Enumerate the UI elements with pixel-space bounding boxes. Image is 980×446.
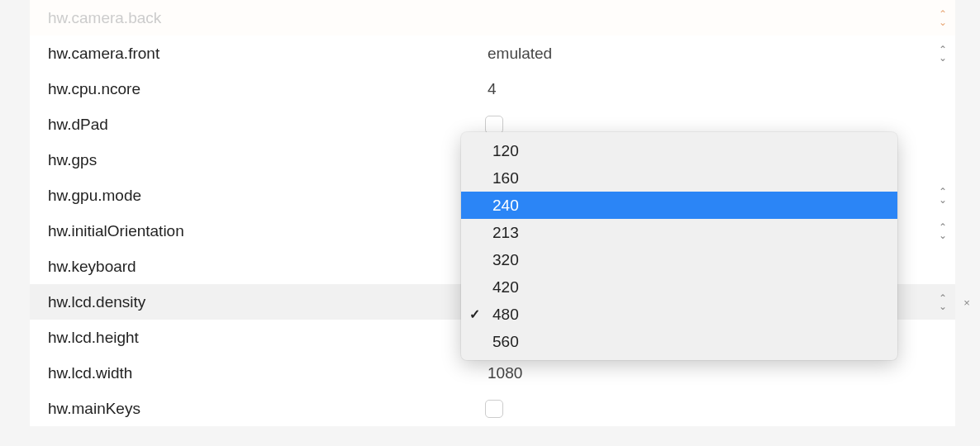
label-camera-back: hw.camera.back	[30, 9, 478, 27]
label-lcd-height: hw.lcd.height	[30, 329, 478, 347]
row-camera-back[interactable]: hw.camera.back ⌃⌄	[30, 0, 955, 36]
checkmark-icon: ✓	[469, 306, 480, 322]
value-camera-front[interactable]: emulated ⌃⌄	[478, 45, 955, 63]
stepper-icon[interactable]: ⌃⌄	[939, 295, 947, 310]
row-camera-front[interactable]: hw.camera.front emulated ⌃⌄	[30, 36, 955, 71]
checkbox-dpad[interactable]	[485, 116, 503, 134]
stepper-icon[interactable]: ⌃⌄	[939, 11, 947, 26]
stepper-icon[interactable]: ⌃⌄	[939, 188, 947, 203]
label-keyboard: hw.keyboard	[30, 258, 478, 276]
label-gpu-mode: hw.gpu.mode	[30, 187, 478, 205]
value-lcd-width[interactable]: 1080	[478, 364, 955, 382]
label-initial-orientation: hw.initialOrientation	[30, 222, 478, 240]
density-dropdown[interactable]: 120 160 240 213 320 420 ✓ 480 560	[461, 132, 897, 360]
dropdown-option-320[interactable]: 320	[461, 246, 897, 273]
label-cpu-ncore: hw.cpu.ncore	[30, 80, 478, 98]
dropdown-option-213[interactable]: 213	[461, 219, 897, 246]
dropdown-option-240[interactable]: 240	[461, 192, 897, 219]
label-camera-front: hw.camera.front	[30, 45, 478, 63]
value-cpu-ncore[interactable]: 4	[478, 80, 955, 98]
stepper-icon[interactable]: ⌃⌄	[939, 46, 947, 61]
label-gps: hw.gps	[30, 151, 478, 169]
label-dpad: hw.dPad	[30, 116, 478, 134]
label-main-keys: hw.mainKeys	[30, 400, 478, 418]
row-lcd-width[interactable]: hw.lcd.width 1080	[30, 355, 955, 391]
label-lcd-width: hw.lcd.width	[30, 364, 478, 382]
dropdown-option-480[interactable]: ✓ 480	[461, 301, 897, 328]
value-dpad[interactable]	[478, 116, 955, 134]
dropdown-option-160[interactable]: 160	[461, 164, 897, 192]
stepper-icon[interactable]: ⌃⌄	[939, 224, 947, 239]
label-lcd-density: hw.lcd.density	[30, 293, 478, 311]
row-cpu-ncore[interactable]: hw.cpu.ncore 4	[30, 71, 955, 107]
row-main-keys[interactable]: hw.mainKeys	[30, 391, 955, 426]
checkbox-main-keys[interactable]	[485, 400, 503, 418]
dropdown-option-420[interactable]: 420	[461, 273, 897, 301]
close-icon[interactable]: ×	[960, 296, 973, 308]
value-main-keys[interactable]	[478, 400, 955, 418]
dropdown-option-120[interactable]: 120	[461, 137, 897, 164]
dropdown-option-560[interactable]: 560	[461, 328, 897, 355]
